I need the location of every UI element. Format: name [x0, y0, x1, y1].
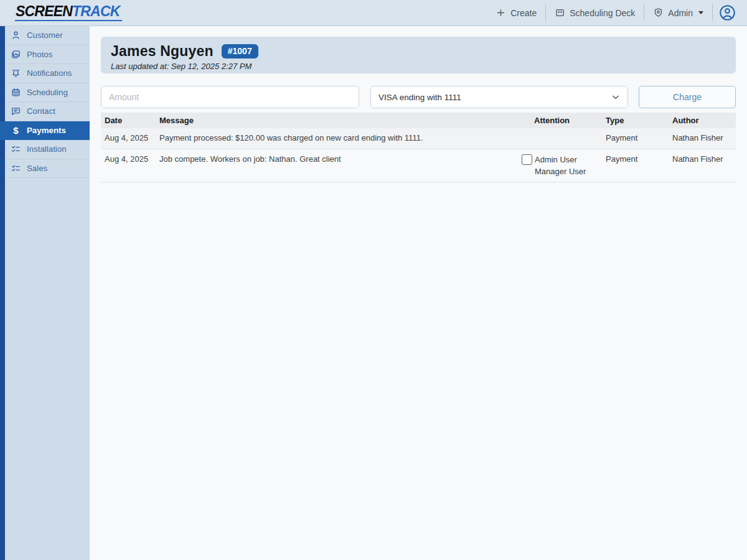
column-header-attention: Attention [518, 113, 602, 128]
last-updated-text: Last updated at: Sep 12, 2025 2:27 PM [111, 62, 726, 71]
attention-user: Manager User [535, 166, 586, 177]
sidebar-item-contact[interactable]: Contact [5, 102, 90, 121]
checklist-icon [11, 144, 21, 154]
customer-id-badge: #1007 [222, 44, 258, 58]
sidebar: Customer Photos Notifications Scheduling… [0, 26, 90, 560]
sidebar-item-label: Sales [27, 164, 47, 173]
sidebar-item-label: Notifications [27, 68, 72, 78]
column-header-message: Message [156, 113, 518, 128]
attention-user: Admin User [535, 154, 586, 166]
person-icon [11, 30, 21, 40]
card-select-value: VISA ending with 1111 [378, 93, 461, 102]
kanban-board-icon [555, 7, 565, 18]
admin-menu-button[interactable]: Admin [644, 0, 712, 26]
create-label: Create [510, 8, 537, 18]
chat-icon [11, 106, 21, 116]
main-content: James Nguyen #1007 Last updated at: Sep … [90, 26, 747, 560]
user-circle-icon [719, 4, 736, 21]
cell-message: Payment processed: $120.00 was charged o… [156, 128, 518, 149]
cell-date: Aug 4, 2025 [101, 149, 156, 182]
logo-part-screen: SCREEN [16, 3, 72, 19]
column-header-date: Date [101, 113, 156, 128]
dollar-icon: $ [11, 125, 21, 136]
sidebar-item-customer[interactable]: Customer [5, 26, 90, 45]
payments-log-table: Date Message Attention Type Author Aug 4… [101, 113, 736, 182]
table-header-row: Date Message Attention Type Author [101, 113, 736, 128]
cell-author: Nathan Fisher [669, 128, 736, 149]
sidebar-item-label: Payments [27, 126, 66, 135]
table-row: Aug 4, 2025 Payment processed: $120.00 w… [101, 128, 736, 149]
app-logo[interactable]: SCREENTRACK [15, 4, 122, 21]
cell-attention: Admin User Manager User [518, 149, 602, 182]
attention-checkbox[interactable] [522, 154, 532, 165]
attention-user-labels: Admin User Manager User [535, 154, 586, 177]
card-select[interactable]: VISA ending with 1111 [370, 86, 628, 108]
scheduling-deck-button[interactable]: Scheduling Deck [546, 0, 644, 26]
chevron-down-icon [698, 11, 703, 14]
cell-date: Aug 4, 2025 [101, 128, 156, 149]
sidebar-item-payments[interactable]: $ Payments [0, 121, 90, 141]
sidebar-item-label: Photos [27, 50, 52, 59]
sidebar-item-label: Installation [27, 144, 67, 154]
sidebar-item-scheduling[interactable]: Scheduling [5, 83, 90, 103]
sidebar-item-installation[interactable]: Installation [5, 140, 90, 159]
topbar: SCREENTRACK Create Scheduling Deck Admin [0, 0, 747, 26]
plus-icon [496, 7, 506, 18]
calendar-icon [11, 87, 21, 98]
cell-type: Payment [602, 149, 669, 182]
shield-badge-icon [653, 7, 664, 18]
sidebar-item-photos[interactable]: Photos [5, 45, 90, 65]
sidebar-item-sales[interactable]: Sales [5, 159, 90, 179]
topbar-actions: Create Scheduling Deck Admin [487, 0, 742, 26]
cell-author: Nathan Fisher [669, 149, 736, 182]
amount-input[interactable] [101, 86, 359, 108]
column-header-type: Type [602, 113, 669, 128]
bell-icon [11, 68, 21, 78]
sidebar-item-label: Contact [27, 106, 55, 116]
cell-attention [518, 128, 602, 149]
create-button[interactable]: Create [487, 0, 545, 26]
cell-message: Job compete. Workers on job: Nathan. Gre… [156, 149, 518, 182]
profile-button[interactable] [713, 0, 742, 26]
sidebar-item-label: Customer [27, 30, 63, 40]
table-row: Aug 4, 2025 Job compete. Workers on job:… [101, 149, 736, 182]
scheduling-deck-label: Scheduling Deck [570, 8, 635, 18]
customer-header-card: James Nguyen #1007 Last updated at: Sep … [101, 37, 736, 73]
chevron-down-icon [611, 93, 620, 101]
checklist-icon [11, 163, 21, 174]
admin-label: Admin [668, 8, 693, 18]
logo-part-track: TRACK [72, 3, 120, 19]
payment-form: VISA ending with 1111 Charge [101, 86, 736, 108]
column-header-author: Author [669, 113, 736, 128]
customer-name: James Nguyen [111, 43, 214, 60]
sidebar-item-notifications[interactable]: Notifications [5, 64, 90, 83]
photo-icon [11, 49, 21, 60]
charge-button[interactable]: Charge [639, 86, 736, 108]
cell-type: Payment [602, 128, 669, 149]
sidebar-item-label: Scheduling [27, 88, 68, 97]
